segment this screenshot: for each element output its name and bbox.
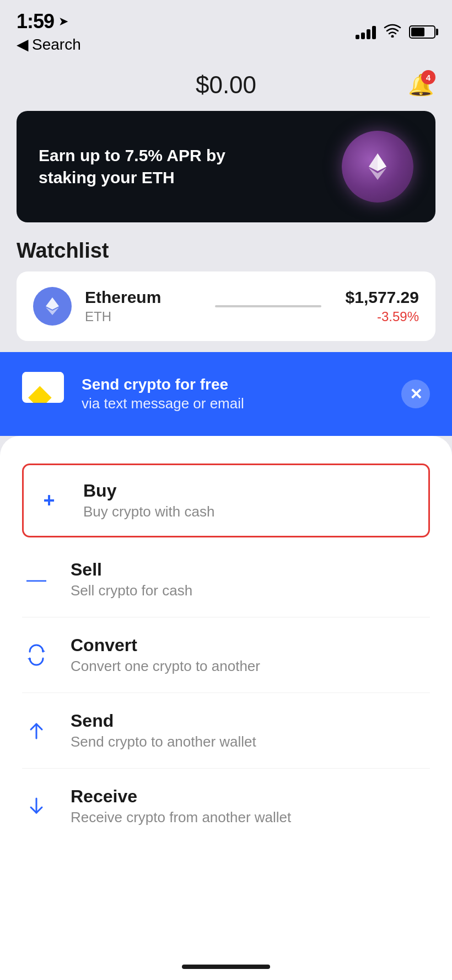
buy-menu-text: Buy Buy crypto with cash: [83, 481, 417, 520]
send-menu-text: Send Send crypto to another wallet: [71, 711, 430, 750]
convert-subtitle: Convert one crypto to another: [71, 658, 430, 675]
plus-icon: +: [43, 489, 55, 512]
watchlist-item-eth[interactable]: Ethereum ETH $1,577.29 -3.59%: [33, 287, 419, 326]
time-row: 1:59 ➤: [17, 10, 81, 33]
sell-icon: —: [22, 565, 51, 594]
page-wrapper: 1:59 ➤ ◀ Search: [0, 0, 452, 980]
receive-icon: [22, 792, 51, 821]
envelope-flap: [22, 372, 64, 390]
menu-item-convert[interactable]: Convert Convert one crypto to another: [22, 617, 430, 693]
sell-title: Sell: [71, 560, 430, 580]
status-bar: 1:59 ➤ ◀ Search: [0, 0, 452, 59]
send-arrow-icon: [25, 720, 47, 742]
eth-change: -3.59%: [346, 309, 419, 324]
receive-arrow-icon: [25, 795, 47, 817]
eth-coin-icon: [33, 287, 72, 326]
minus-icon: —: [26, 569, 46, 589]
svg-point-0: [391, 35, 394, 38]
receive-menu-text: Receive Receive crypto from another wall…: [71, 786, 430, 826]
back-label: Search: [32, 36, 81, 54]
close-banner-button[interactable]: ✕: [401, 380, 430, 408]
eth-price-chart: [215, 305, 321, 307]
signal-bars-icon: [356, 25, 376, 39]
sell-menu-text: Sell Sell crypto for cash: [71, 560, 430, 599]
envelope-diamond: [28, 386, 51, 403]
eth-staking-banner[interactable]: Earn up to 7.5% APR by staking your ETH: [17, 111, 435, 222]
eth-coin-info: Ethereum ETH: [85, 288, 191, 324]
send-subtitle: Send crypto to another wallet: [71, 733, 430, 750]
signal-bar-2: [361, 33, 365, 39]
eth-price-info: $1,577.29 -3.59%: [346, 288, 419, 324]
send-banner-title: Send crypto for free: [82, 375, 244, 395]
notification-badge: 4: [421, 70, 435, 84]
send-banner-text: Send crypto for free via text message or…: [82, 375, 244, 413]
buy-subtitle: Buy crypto with cash: [83, 503, 417, 520]
svg-marker-6: [42, 648, 45, 652]
convert-icon: [22, 641, 51, 669]
notification-bell[interactable]: 🔔 4: [406, 70, 435, 100]
battery-icon: [409, 25, 435, 39]
signal-bar-3: [367, 29, 370, 39]
menu-item-buy[interactable]: + Buy Buy crypto with cash: [22, 464, 430, 537]
sell-subtitle: Sell crypto for cash: [71, 582, 430, 599]
receive-subtitle: Receive crypto from another wallet: [71, 809, 430, 826]
envelope-icon: [22, 372, 66, 416]
send-title: Send: [71, 711, 430, 731]
menu-item-receive[interactable]: Receive Receive crypto from another wall…: [22, 769, 430, 844]
buy-title: Buy: [83, 481, 417, 501]
signal-bar-1: [356, 35, 359, 39]
receive-title: Receive: [71, 786, 430, 807]
balance-amount: $0.00: [46, 71, 406, 99]
status-right: [356, 22, 435, 41]
balance-row: $0.00 🔔 4: [0, 59, 452, 105]
eth-coin-name: Ethereum: [85, 288, 191, 307]
convert-title: Convert: [71, 635, 430, 656]
battery-fill: [411, 28, 424, 36]
send-banner-content: Send crypto for free via text message or…: [22, 372, 244, 416]
watchlist-card[interactable]: Ethereum ETH $1,577.29 -3.59%: [17, 271, 435, 341]
svg-marker-7: [28, 658, 31, 662]
back-nav[interactable]: ◀ Search: [17, 35, 81, 54]
wifi-icon: [384, 22, 401, 41]
send-icon: [22, 716, 51, 745]
status-left: 1:59 ➤ ◀ Search: [17, 10, 81, 54]
convert-menu-text: Convert Convert one crypto to another: [71, 635, 430, 675]
convert-arrows-icon: [25, 644, 47, 666]
send-crypto-banner[interactable]: Send crypto for free via text message or…: [0, 352, 452, 436]
eth-price: $1,577.29: [346, 288, 419, 307]
menu-item-send[interactable]: Send Send crypto to another wallet: [22, 693, 430, 769]
eth-coin-symbol: ETH: [85, 309, 191, 324]
svg-marker-4: [46, 297, 59, 310]
watchlist-title: Watchlist: [0, 233, 452, 271]
location-icon: ➤: [58, 14, 68, 29]
time-display: 1:59: [17, 10, 54, 33]
buy-icon: +: [35, 486, 63, 515]
eth-coin-svg: [41, 295, 63, 317]
signal-bar-4: [372, 26, 376, 39]
send-banner-subtitle: via text message or email: [82, 395, 244, 413]
bottom-sheet: + Buy Buy crypto with cash — Sell Sell c…: [0, 436, 452, 980]
svg-marker-3: [378, 153, 386, 171]
home-indicator: [182, 965, 270, 969]
eth-logo-svg: [361, 150, 394, 183]
eth-banner-text: Earn up to 7.5% APR by staking your ETH: [39, 145, 245, 189]
eth-graphic: [342, 131, 413, 203]
envelope-body: [22, 372, 64, 403]
back-arrow-icon: ◀: [17, 35, 29, 54]
menu-item-sell[interactable]: — Sell Sell crypto for cash: [22, 542, 430, 617]
